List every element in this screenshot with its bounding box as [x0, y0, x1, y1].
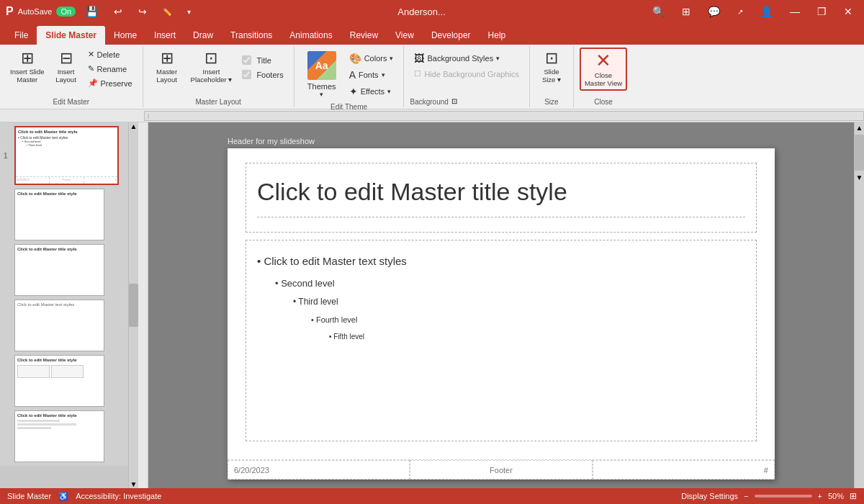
delete-button[interactable]: ✕ Delete [84, 48, 137, 61]
slide-thumb-2[interactable]: Click to edit Master title style [14, 189, 104, 240]
vertical-ruler [138, 122, 148, 488]
master-text-area[interactable]: • Click to edit Master text styles • Sec… [257, 251, 745, 343]
display-settings-button[interactable]: Display Settings [681, 492, 738, 500]
slide-size-icon: ⊡ [545, 50, 558, 66]
master-title-text[interactable]: Click to edit Master title style [257, 171, 745, 217]
main-content: 1 Click to edit Master title style • Cli… [0, 122, 864, 488]
background-buttons: 🖼 Background Styles ▾ ☐ Hide Background … [410, 48, 523, 96]
colors-dropdown-icon: ▾ [390, 55, 393, 62]
share-button[interactable]: ↗ [732, 4, 749, 19]
search-button[interactable]: 🔍 [647, 4, 670, 19]
themes-button[interactable]: Aa Themes ▾ [300, 48, 343, 102]
themes-icon: Aa [307, 51, 336, 80]
zoom-in-icon[interactable]: + [818, 492, 822, 500]
canvas-v-scrollbar[interactable]: ▲ ▼ [854, 122, 864, 488]
redo-button[interactable]: ↪ [132, 4, 153, 19]
canvas-area[interactable]: Header for my slideshow Click to edit Ma… [148, 122, 854, 488]
background-styles-dropdown-icon: ▾ [496, 55, 500, 62]
close-master-view-icon: ✕ [595, 51, 611, 70]
slide-thumb-4[interactable]: Click to edit Master text styles [14, 300, 104, 351]
effects-button[interactable]: ✦ Effects ▾ [345, 84, 398, 99]
insert-placeholder-button[interactable]: ⊡ InsertPlaceholder ▾ [186, 48, 237, 86]
close-label: Close [580, 96, 627, 106]
size-label: Size [536, 96, 567, 106]
background-stacked: 🖼 Background Styles ▾ ☐ Hide Background … [410, 48, 523, 81]
slide-thumb-5[interactable]: Click to edit Master title style [14, 355, 104, 407]
tab-review[interactable]: Review [341, 26, 387, 45]
close-group: ✕ CloseMaster View Close [574, 46, 633, 107]
tab-view[interactable]: View [387, 26, 423, 45]
preserve-button[interactable]: 📌 Preserve [84, 76, 137, 90]
insert-layout-button[interactable]: ⊟ Insert Layout [50, 48, 82, 86]
customize-button[interactable]: ✏️ [157, 6, 177, 17]
text-level-4: • Fourth level [257, 313, 745, 328]
close-master-view-button[interactable]: ✕ CloseMaster View [580, 48, 627, 91]
slide-panel-scroll-up[interactable]: ▲ [130, 122, 138, 130]
restore-button[interactable]: ❐ [811, 4, 832, 19]
fonts-button[interactable]: A Fonts ▾ [345, 67, 398, 83]
insert-placeholder-icon: ⊡ [204, 50, 217, 66]
background-group: 🖼 Background Styles ▾ ☐ Hide Background … [404, 46, 529, 107]
tab-slide-master[interactable]: Slide Master [37, 26, 105, 45]
undo-button[interactable]: ↩ [108, 4, 128, 19]
save-button[interactable]: 💾 [80, 4, 104, 19]
autosave-toggle[interactable]: On [56, 6, 76, 17]
tab-file[interactable]: File [6, 26, 37, 45]
text-level-5: • Fifth level [257, 330, 745, 343]
slide-thumb-1[interactable]: Click to edit Master title style • Click… [14, 126, 119, 185]
tab-help[interactable]: Help [480, 26, 515, 45]
close-buttons: ✕ CloseMaster View [580, 48, 627, 96]
ribbon-tabs: File Slide Master Home Insert Draw Trans… [0, 23, 864, 45]
zoom-level: 50% [828, 492, 844, 500]
master-layout-buttons: ⊞ MasterLayout ⊡ InsertPlaceholder ▾ Tit… [149, 48, 288, 96]
minimize-button[interactable]: — [784, 4, 806, 19]
title-checkbox[interactable] [242, 55, 251, 65]
slide-panel-scroll-down[interactable]: ▼ [130, 480, 138, 488]
accessibility-icon: ♿ [58, 492, 68, 501]
close-window-button[interactable]: ✕ [838, 4, 858, 19]
canvas-scroll-down[interactable]: ▼ [855, 172, 864, 183]
tab-animations[interactable]: Animations [281, 26, 341, 45]
accessibility-text[interactable]: Accessibility: Investigate [76, 492, 161, 500]
tab-draw[interactable]: Draw [184, 26, 222, 45]
slide-thumb-3[interactable]: Click to edit Master title style [14, 244, 104, 296]
tab-insert[interactable]: Insert [145, 26, 184, 45]
size-buttons: ⊡ SlideSize ▾ [536, 48, 567, 96]
slide-thumb-6[interactable]: Click to edit Master title style [14, 410, 104, 462]
hide-bg-graphics-button[interactable]: ☐ Hide Background Graphics [410, 67, 523, 81]
comments-button[interactable]: 💬 [702, 4, 726, 19]
rename-button[interactable]: ✎ Rename [84, 62, 137, 76]
fonts-icon: A [349, 69, 356, 81]
themes-dropdown-icon: ▾ [320, 91, 323, 98]
background-expand-button[interactable]: ⊡ [451, 97, 457, 105]
fit-slide-button[interactable]: ⊞ [850, 491, 857, 501]
insert-slide-master-button[interactable]: ⊞ Insert Slide Master [6, 48, 49, 86]
ribbon-display-button[interactable]: ⊞ [676, 4, 696, 19]
insert-layout-icon: ⊟ [60, 50, 73, 66]
slide-size-button[interactable]: ⊡ SlideSize ▾ [536, 48, 567, 86]
status-bar-left: Slide Master ♿ Accessibility: Investigat… [7, 492, 161, 501]
slide-canvas[interactable]: Click to edit Master title style • Click… [228, 148, 775, 480]
canvas-scroll-up[interactable]: ▲ [855, 122, 864, 133]
zoom-slider[interactable] [755, 495, 812, 498]
text-level-1: • Click to edit Master text styles [257, 251, 745, 271]
master-layout-button[interactable]: ⊞ MasterLayout [149, 48, 185, 86]
themes-label: Themes [307, 82, 336, 91]
title-bar-left: P AutoSave On 💾 ↩ ↪ ✏️ ▾ [6, 4, 197, 19]
background-styles-button[interactable]: 🖼 Background Styles ▾ [410, 50, 523, 66]
footer-date: 6/20/2023 [228, 460, 410, 480]
tab-transitions[interactable]: Transitions [222, 26, 281, 45]
colors-button[interactable]: 🎨 Colors ▾ [345, 50, 398, 66]
title-bar-controls: 🔍 ⊞ 💬 ↗ 👤 — ❐ ✕ [647, 4, 858, 19]
hide-bg-checkbox: ☐ [414, 69, 421, 78]
more-commands-button[interactable]: ▾ [181, 6, 197, 17]
zoom-out-icon[interactable]: − [744, 492, 748, 500]
tab-home[interactable]: Home [105, 26, 145, 45]
tab-developer[interactable]: Developer [423, 26, 480, 45]
footers-checkbox-label[interactable]: Footers [238, 68, 287, 81]
theme-options-stacked: 🎨 Colors ▾ A Fonts ▾ ✦ Effects ▾ [345, 48, 398, 99]
footers-checkbox[interactable] [242, 70, 251, 79]
status-bar: Slide Master ♿ Accessibility: Investigat… [0, 488, 864, 504]
account-button[interactable]: 👤 [755, 4, 778, 19]
title-checkbox-label[interactable]: Title [238, 53, 287, 67]
